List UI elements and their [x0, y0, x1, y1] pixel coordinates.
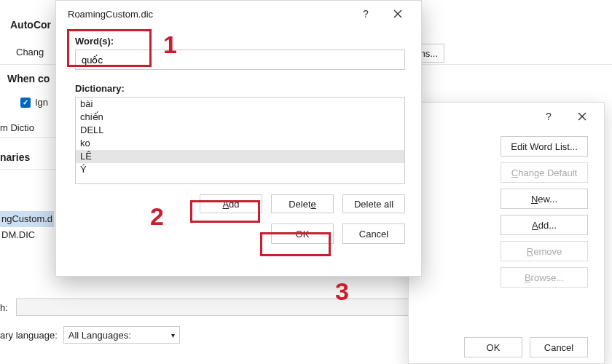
bg-ignore-label: Ign — [35, 97, 48, 108]
cdict-cancel-button[interactable]: Cancel — [530, 337, 588, 357]
bg-change-label: Chang — [16, 47, 44, 58]
bg-autocorrect-label: AutoCor — [10, 19, 51, 31]
ok-button[interactable]: OK — [271, 223, 334, 244]
new-button[interactable]: New... — [501, 189, 588, 209]
word-input[interactable] — [75, 50, 405, 70]
cdict-titlebar: ? — [409, 103, 604, 130]
help-icon[interactable]: ? — [350, 3, 382, 25]
dlg-title: RoamingCustom.dic — [68, 9, 350, 20]
bg-naries-label: naries — [0, 151, 30, 163]
bg-dictlist-fragment: ngCustom.d DM.DIC — [0, 211, 54, 243]
remove-button: Remove — [501, 241, 588, 261]
help-icon[interactable]: ? — [533, 106, 565, 127]
list-item[interactable]: ko — [76, 137, 404, 150]
dlg-okcancel-row: OK Cancel — [75, 223, 405, 244]
edit-word-list-button[interactable]: Edit Word List... — [501, 136, 588, 157]
bg-lang-dropdown[interactable]: All Languages: ▾ — [63, 326, 180, 344]
bg-dict-row-1[interactable]: ngCustom.d — [0, 211, 54, 227]
delete-word-button[interactable]: Delete — [271, 194, 334, 213]
cdict-buttons-column: Edit Word List... Change Default New... … — [409, 130, 604, 288]
custom-dictionaries-dialog: ? Edit Word List... Change Default New..… — [408, 102, 605, 364]
list-item[interactable]: chiến — [76, 111, 404, 124]
list-item[interactable]: DELL — [76, 124, 404, 137]
cancel-button[interactable]: Cancel — [342, 223, 405, 244]
list-item[interactable]: bài — [76, 98, 404, 111]
cdict-bottom-buttons: OK Cancel — [464, 337, 588, 357]
bg-lang-value: All Languages: — [68, 330, 131, 341]
dlg-titlebar: RoamingCustom.dic ? — [56, 1, 421, 27]
list-item[interactable]: LÊ — [76, 150, 404, 163]
list-item[interactable]: Ý — [76, 163, 404, 176]
bg-lang-label: ary language: — [0, 330, 58, 341]
roaming-custom-dic-dialog: RoamingCustom.dic ? Word(s): Dictionary:… — [55, 0, 422, 277]
bg-language-row: ary language: All Languages: ▾ — [0, 326, 180, 344]
dictionary-label: Dictionary: — [75, 83, 405, 94]
dict-action-row: Add Delete Delete all — [75, 194, 405, 213]
cdict-ok-button[interactable]: OK — [464, 337, 522, 357]
bg-divider-2 — [0, 137, 58, 138]
delete-all-button[interactable]: Delete all — [342, 194, 405, 213]
browse-button: Browse... — [501, 267, 588, 288]
bg-divider-3 — [0, 169, 58, 170]
bg-dictionary-frag: m Dictio — [0, 122, 34, 133]
close-icon[interactable] — [382, 3, 414, 25]
bg-path-input — [16, 298, 423, 316]
bg-path-label: h: — [0, 302, 16, 313]
add-dict-button[interactable]: Add... — [501, 215, 588, 235]
bg-dict-row-2[interactable]: DM.DIC — [0, 227, 54, 243]
close-icon[interactable] — [566, 106, 598, 127]
chevron-down-icon: ▾ — [171, 331, 175, 339]
bg-when-label: When co — [7, 73, 50, 84]
word-label: Word(s): — [75, 36, 405, 47]
bg-path-row: h: — [0, 298, 423, 316]
add-word-button[interactable]: Add — [200, 194, 262, 213]
change-default-button: Change Default — [501, 162, 588, 183]
dictionary-listbox[interactable]: bài chiến DELL ko LÊ Ý — [75, 97, 405, 184]
ignore-checkbox[interactable] — [20, 98, 31, 108]
